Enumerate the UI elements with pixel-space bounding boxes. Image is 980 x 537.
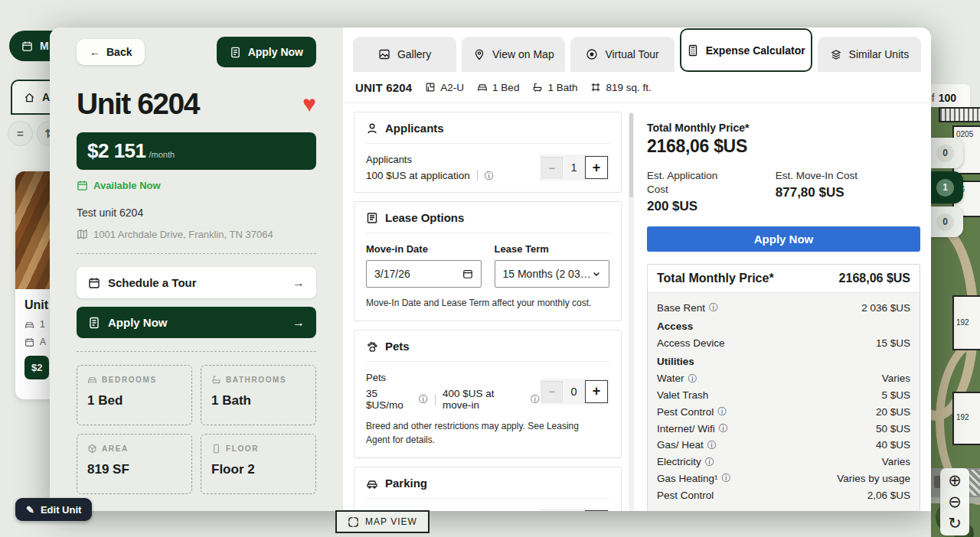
- map-unit-label: 192: [956, 413, 969, 421]
- apply-now-button-top[interactable]: Apply Now: [217, 37, 316, 67]
- unit-title: Unit 6204: [77, 87, 199, 121]
- bath-icon: [532, 82, 543, 93]
- bath-icon: [211, 375, 221, 385]
- stat-area: AREA 819 SF: [77, 434, 192, 494]
- pets-move-in-fee: 400 $US at move-in: [443, 388, 524, 411]
- unit-spec-area: 819 sq. ft.: [590, 82, 651, 93]
- back-button[interactable]: ← Back: [77, 39, 145, 65]
- map-building-stairs: [939, 107, 980, 122]
- calendar-icon: [24, 337, 34, 347]
- info-icon[interactable]: ⓘ: [719, 424, 728, 433]
- breakdown-header-label: Total Monthly Price*: [657, 272, 774, 285]
- scrollbar[interactable]: [629, 112, 634, 511]
- unit-stats: BEDROOMS 1 Bed BATHROOMS 1 Bath AREA: [77, 365, 316, 494]
- info-icon[interactable]: ⓘ: [688, 374, 697, 383]
- tab-label: Virtual Tour: [605, 48, 658, 60]
- move-in-cost-label: Est. Move-In Cost: [776, 169, 904, 183]
- lease-options-section: Lease Options Move-in Date 3/17/26: [354, 201, 622, 321]
- divider: [435, 394, 436, 405]
- background-move-in-label: M: [40, 40, 49, 52]
- tab-expense-calculator[interactable]: Expense Calculator: [680, 28, 812, 72]
- price-box: $2 151 /month: [77, 132, 316, 170]
- breakdown-row: Pest Controlⓘ 20 $US: [657, 403, 910, 420]
- lease-term-select[interactable]: 15 Months (2 036 ...: [495, 260, 610, 288]
- increment-button[interactable]: +: [585, 510, 608, 511]
- background-home-tab[interactable]: A: [11, 80, 52, 115]
- lease-document-icon: [366, 212, 378, 224]
- unit-availability-badge: 0: [936, 145, 954, 162]
- tab-gallery[interactable]: Gallery: [353, 37, 456, 72]
- tab-bar: Gallery View on Map Virtual Tour Expense…: [343, 28, 931, 72]
- favorite-heart-icon[interactable]: ♥: [302, 93, 316, 116]
- parking-section: Parking Parking − +: [354, 467, 622, 511]
- scrollbar-thumb[interactable]: [629, 113, 633, 197]
- zoom-out-button[interactable]: ⊖: [942, 491, 967, 513]
- person-icon: [366, 122, 378, 135]
- lease-note: Move-In Date and Lease Term affect your …: [366, 297, 609, 310]
- map-unit-chip-selected[interactable]: 1: [931, 171, 963, 203]
- back-label: Back: [106, 46, 132, 58]
- move-in-date-input[interactable]: 3/17/26: [366, 260, 482, 288]
- info-icon[interactable]: ⓘ: [707, 441, 717, 450]
- pets-note: Breed and other restrictions may apply. …: [366, 420, 603, 447]
- breakdown-row: Base Rentⓘ 2 036 $US: [657, 299, 910, 316]
- stat-label: BATHROOMS: [226, 376, 286, 384]
- stat-value: 1 Bed: [87, 393, 181, 408]
- unit-subtitle: Test unit 6204: [77, 207, 316, 219]
- divider: [77, 351, 316, 352]
- divider: [366, 233, 609, 233]
- edit-icon: ✎: [26, 504, 34, 516]
- unit-card-beds: 1: [40, 319, 45, 330]
- move-in-date-value: 3/17/26: [374, 268, 410, 280]
- map-unit-chip[interactable]: 0: [931, 138, 963, 168]
- decrement-button[interactable]: −: [541, 157, 563, 178]
- applicants-stepper: − 1 +: [540, 155, 609, 181]
- tab-similar-units[interactable]: Similar Units: [818, 37, 921, 72]
- lease-options-title: Lease Options: [385, 211, 464, 224]
- decrement-button[interactable]: −: [541, 381, 563, 402]
- edit-unit-button[interactable]: ✎ Edit Unit: [15, 498, 92, 521]
- breakdown-row: Gas/ Heatⓘ 40 $US: [657, 437, 910, 454]
- apply-now-button-left[interactable]: Apply Now →: [77, 307, 316, 338]
- rotate-map-button[interactable]: ↻: [942, 513, 967, 534]
- lease-term-value: 15 Months (2 036 ...: [503, 268, 593, 280]
- unit-summary-panel: ← Back Apply Now Unit 6204 ♥ $2 151 /mon…: [50, 28, 343, 511]
- info-icon[interactable]: ⓘ: [419, 395, 428, 404]
- apply-now-label: Apply Now: [248, 46, 303, 58]
- pets-count: 0: [563, 386, 585, 398]
- background-filter-button[interactable]: =: [8, 121, 33, 146]
- unit-card-price: $2: [24, 356, 49, 379]
- tour-icon: [586, 48, 598, 60]
- zoom-in-button[interactable]: ⊕: [942, 470, 967, 491]
- app-stage: M A = ⇅ Unit 1 A $2 of 100 0205: [0, 0, 980, 537]
- stat-floor: FLOOR Floor 2: [201, 434, 316, 494]
- map-building: 192: [952, 295, 980, 350]
- divider: [366, 361, 609, 362]
- map-icon: [77, 229, 88, 240]
- cube-icon: [87, 444, 97, 454]
- paw-icon: [366, 340, 378, 353]
- stat-label: AREA: [102, 444, 129, 453]
- info-icon[interactable]: ⓘ: [722, 474, 731, 483]
- breakdown-header-value: 2168,06 $US: [839, 272, 910, 285]
- breakdown-row: Gas Heating¹ⓘ Varies by usage: [657, 470, 910, 487]
- tab-label: Expense Calculator: [706, 44, 805, 57]
- info-icon[interactable]: ⓘ: [485, 171, 494, 181]
- home-icon: [24, 92, 35, 103]
- map-controls: ⊕ ⊖ ↻: [940, 468, 969, 535]
- tab-view-on-map[interactable]: View on Map: [462, 37, 565, 72]
- map-view-button[interactable]: MAP VIEW: [335, 510, 430, 533]
- tab-virtual-tour[interactable]: Virtual Tour: [570, 37, 674, 72]
- document-icon: [230, 47, 241, 58]
- increment-button[interactable]: +: [585, 156, 608, 179]
- info-icon[interactable]: ⓘ: [717, 407, 727, 416]
- tab-label: Gallery: [397, 48, 431, 60]
- info-icon[interactable]: ⓘ: [531, 395, 540, 404]
- info-icon[interactable]: ⓘ: [705, 457, 714, 467]
- map-unit-label: 0205: [956, 130, 973, 138]
- schedule-tour-button[interactable]: Schedule a Tour →: [77, 267, 316, 298]
- apply-now-button-summary[interactable]: Apply Now: [647, 226, 920, 252]
- map-unit-chip[interactable]: 0: [931, 207, 963, 237]
- info-icon[interactable]: ⓘ: [709, 303, 718, 312]
- increment-button[interactable]: +: [585, 380, 608, 403]
